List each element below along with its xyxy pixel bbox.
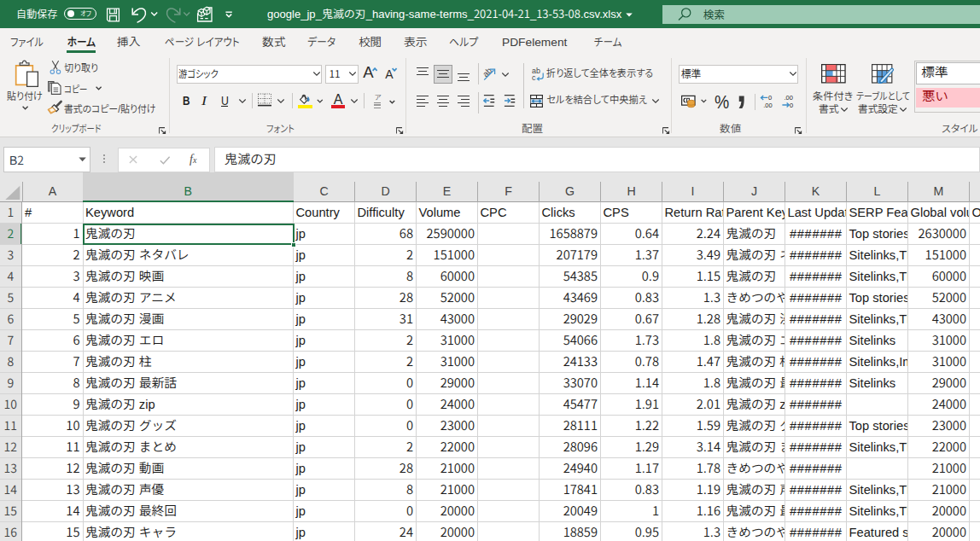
svg-text:0: 0	[790, 102, 793, 108]
svg-text:.00: .00	[763, 102, 772, 108]
svg-text:c: c	[532, 73, 536, 81]
